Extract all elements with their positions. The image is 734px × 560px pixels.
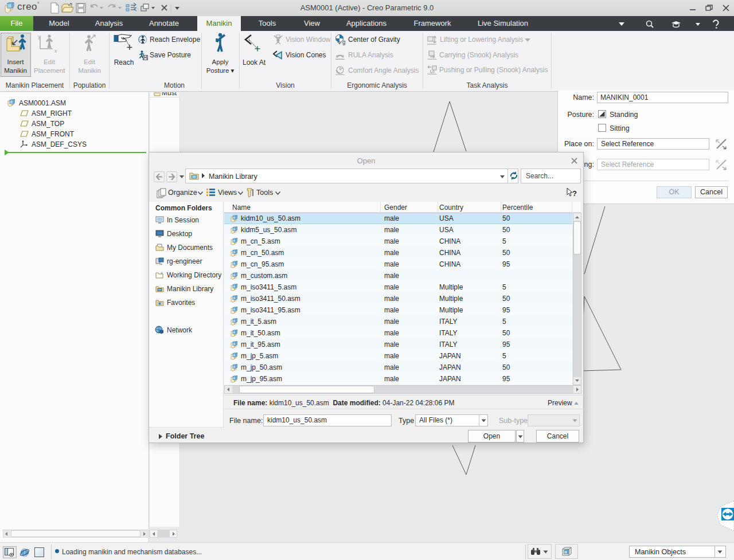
svg-text:?: ?	[572, 189, 577, 198]
svg-text:g: g	[342, 39, 346, 45]
svg-text:x: x	[54, 48, 57, 54]
svg-text:y: y	[38, 34, 41, 40]
